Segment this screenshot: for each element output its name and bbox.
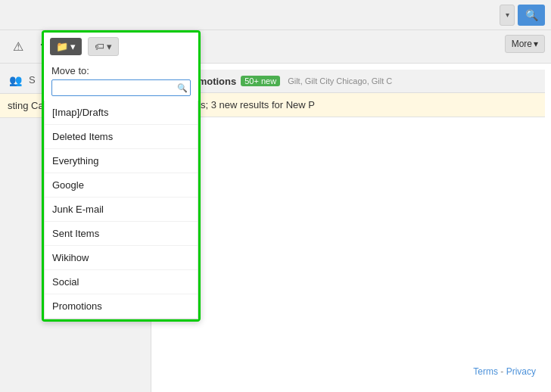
- search-icon: 🔍: [525, 9, 538, 21]
- terms-dash: -: [500, 366, 506, 377]
- alert-button[interactable]: ⚠: [6, 35, 30, 59]
- top-bar: ▾ 🔍: [0, 0, 551, 30]
- move-to-panel: 📁 ▾ 🏷 ▾ Move to: 🔍 [Imap]/DraftsDeleted …: [42, 30, 201, 322]
- folder-button[interactable]: 📁 ▾: [50, 38, 82, 55]
- alert-icon: ⚠: [13, 39, 23, 54]
- folder-icon: 📁: [56, 41, 68, 52]
- folder-list-item[interactable]: Wikihow: [45, 246, 198, 270]
- privacy-link[interactable]: Privacy: [506, 366, 536, 377]
- folder-list-item[interactable]: Promotions: [45, 294, 198, 319]
- search-dropdown-arrow[interactable]: ▾: [500, 5, 515, 26]
- email-row-2[interactable]: ting Calls; 3 new results for New P: [157, 93, 545, 117]
- promotions-badge: 50+ new: [241, 76, 280, 86]
- chevron-down-icon: ▾: [506, 11, 509, 19]
- more-button[interactable]: More ▾: [505, 35, 545, 53]
- move-to-panel-header: 📁 ▾ 🏷 ▾: [44, 33, 198, 61]
- people-icon: 👥: [9, 74, 22, 86]
- folder-list-item[interactable]: Google: [45, 173, 198, 198]
- move-to-search-input[interactable]: [51, 79, 191, 96]
- folder-list-item[interactable]: Junk E-mail: [45, 198, 198, 222]
- toolbar-row: ⚠ 🗑 📁 ▾ 🏷 ▾ Move to: 🔍 [Imap]/DraftsDele…: [0, 30, 551, 64]
- email-subject-2: ting Calls; 3 new results for New P: [165, 99, 537, 110]
- right-panel: 🏷 Promotions 50+ new Gilt, Gilt City Chi…: [151, 64, 551, 392]
- more-arrow-icon: ▾: [534, 39, 538, 49]
- search-button[interactable]: 🔍: [518, 5, 545, 26]
- move-to-search-container: 🔍: [51, 79, 191, 96]
- terms-footer: Terms - Privacy: [473, 366, 536, 377]
- move-to-search-icon: 🔍: [177, 83, 188, 93]
- folder-list-item[interactable]: [Imap]/Drafts: [45, 101, 198, 125]
- folder-list-item[interactable]: Sent Items: [45, 222, 198, 246]
- more-label: More: [512, 39, 532, 49]
- move-to-label: Move to:: [44, 61, 198, 79]
- folder-list-item[interactable]: Social: [45, 270, 198, 294]
- folder-list-item[interactable]: Everything: [45, 149, 198, 173]
- tag-button[interactable]: 🏷 ▾: [88, 37, 119, 56]
- promotions-sub: Gilt, Gilt City Chicago, Gilt C: [288, 76, 392, 86]
- people-button[interactable]: 👥: [5, 70, 26, 91]
- folder-list: [Imap]/DraftsDeleted ItemsEverythingGoog…: [44, 101, 198, 319]
- folder-list-item[interactable]: Deleted Items: [45, 125, 198, 149]
- folder-btn-arrow: ▾: [70, 41, 76, 52]
- sub-toolbar-label: S: [29, 74, 36, 86]
- promotions-bar: 🏷 Promotions 50+ new Gilt, Gilt City Chi…: [157, 70, 545, 93]
- tag-btn-arrow: ▾: [107, 41, 112, 52]
- tag-icon: 🏷: [95, 41, 104, 52]
- terms-link[interactable]: Terms: [473, 366, 498, 377]
